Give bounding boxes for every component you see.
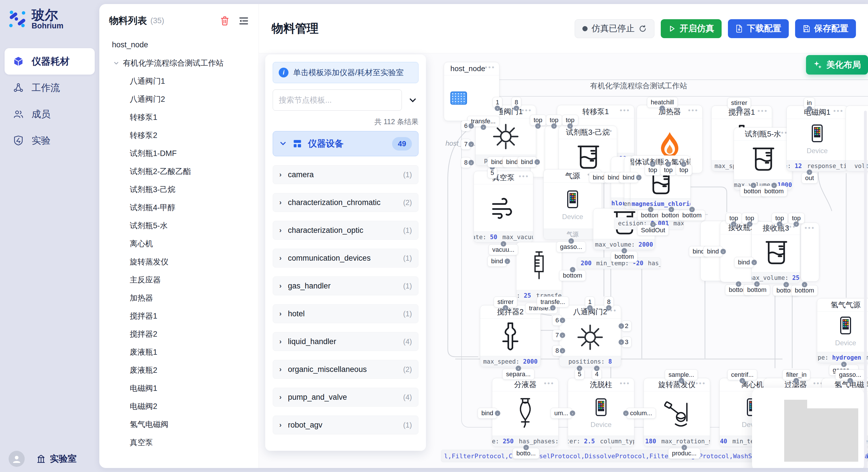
sidebar-item-3[interactable]: 实验 xyxy=(5,127,95,154)
port-8[interactable]: 8› xyxy=(512,97,521,108)
port-8[interactable]: 8› xyxy=(461,157,471,168)
node-menu-icon[interactable]: ●●● xyxy=(688,107,699,112)
category-row-organic_miscellaneous[interactable]: ›organic_miscellaneous(2) xyxy=(273,360,418,379)
port-in[interactable]: in› xyxy=(804,98,815,108)
port-8[interactable]: 8› xyxy=(552,345,562,356)
port-bind[interactable]: bind› xyxy=(477,408,497,419)
port-top[interactable]: top› xyxy=(742,213,758,224)
port-3[interactable]: 3› xyxy=(622,337,631,347)
node-st2[interactable]: 搅拌器2●●●max_speed: 2000 xyxy=(480,305,541,367)
node-recv3[interactable]: 接收瓶3●●●max_volume: 250 xyxy=(751,222,800,283)
node-syr[interactable]: max_volume: 25transfer_rate: 10 xyxy=(516,242,562,301)
tree-item[interactable]: 有机化学流程综合测试工作站 xyxy=(99,54,259,72)
port-gasso[interactable]: gasso...› xyxy=(835,369,865,380)
port-heatchill[interactable]: heatchill› xyxy=(647,97,678,108)
tree-item[interactable]: 八通阀门2 xyxy=(99,90,259,108)
port-1[interactable]: 1› xyxy=(585,297,595,307)
port-top[interactable]: top› xyxy=(546,115,562,126)
port-bind[interactable]: bind› xyxy=(517,157,537,167)
tree-item[interactable]: host_node xyxy=(99,36,259,54)
port-top[interactable]: top› xyxy=(660,165,677,175)
port-top[interactable]: top› xyxy=(772,213,788,224)
tree-item[interactable]: 主反应器 xyxy=(99,271,259,289)
tree-item[interactable]: 试剂瓶2-乙酸乙酯 xyxy=(99,162,259,180)
node-host[interactable]: host_node●●● xyxy=(444,62,499,121)
port-transfe[interactable]: transfe...› xyxy=(537,297,569,307)
port-filter_in[interactable]: filter_in› xyxy=(782,369,810,380)
node-menu-icon[interactable]: ●●● xyxy=(602,128,613,133)
download-config-button[interactable]: 下载配置 xyxy=(728,19,789,38)
port-top[interactable]: top› xyxy=(725,213,742,224)
trash-icon[interactable] xyxy=(219,15,230,27)
port-centrif[interactable]: centrif...› xyxy=(727,369,757,380)
group-header-instruments[interactable]: 仪器设备 49 xyxy=(273,131,418,156)
port-bottom[interactable]: bottom› xyxy=(611,251,638,262)
port-sample[interactable]: sample...› xyxy=(665,369,698,380)
tree-item[interactable]: 试剂瓶3-己烷 xyxy=(99,180,259,198)
port-bind[interactable]: bind› xyxy=(703,246,723,257)
port-gasso[interactable]: gasso...› xyxy=(556,241,586,252)
tree-item[interactable]: 旋转蒸发仪 xyxy=(99,252,259,271)
preview-overlay-card[interactable] xyxy=(752,388,864,468)
tree-item[interactable]: 电磁阀2 xyxy=(99,397,259,415)
port-bottom[interactable]: bottom› xyxy=(761,186,787,197)
tree-item[interactable]: 加热器 xyxy=(99,289,259,307)
node-bv2[interactable]: 八通阀门2●●●positions: 8 xyxy=(559,305,621,367)
node-sep[interactable]: 分液器●●●volume: 250has_phases: true xyxy=(492,378,559,447)
node-menu-icon[interactable]: ●●● xyxy=(544,380,554,385)
node-menu-icon[interactable]: ●●● xyxy=(757,108,768,113)
tree-item[interactable]: 试剂瓶1-DMF xyxy=(99,144,259,162)
sidebar-item-2[interactable]: 成员 xyxy=(5,101,95,127)
tree-item[interactable]: 搅拌器2 xyxy=(99,325,259,343)
port-out[interactable]: out› xyxy=(801,173,818,183)
beautify-layout-button[interactable]: 美化布局 xyxy=(806,55,868,74)
search-input[interactable] xyxy=(273,90,402,111)
tree-item[interactable]: 转移泵1 xyxy=(99,108,259,126)
save-config-button[interactable]: 保存配置 xyxy=(795,19,856,38)
node-sv1[interactable]: 电磁阀1●●●Devicevoltage: 12response_time: 0… xyxy=(786,105,848,171)
node-menu-icon[interactable]: ●●● xyxy=(485,65,495,69)
port-7[interactable]: 7› xyxy=(552,330,562,341)
simulation-status-pill[interactable]: 仿真已停止 xyxy=(575,19,654,38)
category-row-gas_handler[interactable]: ›gas_handler(1) xyxy=(273,276,418,295)
port-bottom[interactable]: bottom› xyxy=(559,270,586,281)
category-row-liquid_handler[interactable]: ›liquid_handler(4) xyxy=(273,332,418,351)
tree-item[interactable]: 电磁阀1 xyxy=(99,379,259,397)
port-1[interactable]: 1› xyxy=(493,97,502,108)
start-simulation-button[interactable]: 开启仿真 xyxy=(661,19,722,38)
port-bottom[interactable]: bottom› xyxy=(679,210,705,221)
node-menu-icon[interactable]: ●●● xyxy=(805,225,815,230)
tree-item[interactable]: 八通阀门1 xyxy=(99,72,259,90)
category-row-communication_devices[interactable]: ›communication_devices(1) xyxy=(273,248,418,268)
port-produc[interactable]: produc...› xyxy=(668,448,701,459)
chevron-down-icon[interactable] xyxy=(112,60,121,66)
sidebar-item-1[interactable]: 工作流 xyxy=(5,74,95,101)
node-h2src[interactable]: 氢气气源Devicegas_type: hydrogenmax_pre: xyxy=(817,298,868,363)
category-row-hotel[interactable]: ›hotel(1) xyxy=(273,304,418,323)
category-row-characterization_chromatic[interactable]: ›characterization_chromatic(2) xyxy=(273,193,418,212)
port-2[interactable]: 2› xyxy=(622,321,631,332)
port-botto[interactable]: botto...› xyxy=(513,448,539,459)
lab-link[interactable]: 实验室 xyxy=(36,453,76,465)
tree-item[interactable]: 真空泵 xyxy=(99,433,259,451)
port-5[interactable]: 5› xyxy=(487,167,497,178)
port-top[interactable]: top› xyxy=(788,213,805,224)
port-6[interactable]: 6› xyxy=(461,121,471,131)
port-um[interactable]: um...› xyxy=(551,408,572,419)
port-bind[interactable]: bind› xyxy=(734,257,754,268)
port-top[interactable]: top› xyxy=(676,165,692,175)
port-8[interactable]: 8› xyxy=(604,297,614,307)
tree-item[interactable]: 试剂瓶5-水 xyxy=(99,216,259,235)
port-stirrer[interactable]: stirrer› xyxy=(727,98,751,108)
port-bottom[interactable]: bottom› xyxy=(743,284,770,295)
tree-item[interactable]: 试剂瓶4-甲醇 xyxy=(99,198,259,216)
port-bind[interactable]: bind› xyxy=(619,172,639,183)
port-6[interactable]: 6› xyxy=(552,315,562,326)
collapse-list-icon[interactable] xyxy=(238,15,249,27)
category-row-camera[interactable]: ›camera(1) xyxy=(273,165,418,184)
tree-item[interactable]: 废液瓶1 xyxy=(99,343,259,361)
port-top[interactable]: top› xyxy=(645,165,661,175)
node-menu-icon[interactable]: ●●● xyxy=(522,107,532,112)
tree-item[interactable]: 氢气电磁阀 xyxy=(99,415,259,433)
node-menu-icon[interactable]: ●●● xyxy=(620,107,630,112)
